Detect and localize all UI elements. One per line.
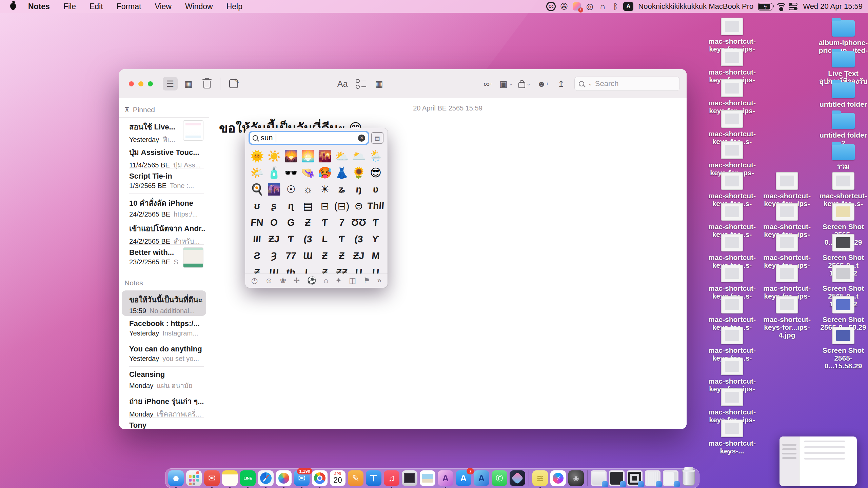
emoji-result-cell[interactable]: Ƭ xyxy=(282,231,300,247)
utility-icon[interactable]: ✇ xyxy=(559,1,569,12)
battery-icon[interactable]: ϟ xyxy=(758,1,772,12)
headphones-icon[interactable]: ∩ xyxy=(597,1,608,12)
emoji-result-cell[interactable]: ʑ xyxy=(333,181,351,198)
emoji-category-icon[interactable]: » xyxy=(377,276,381,285)
add-link-button[interactable]: ∞+ xyxy=(480,77,495,90)
format-button[interactable]: Aa xyxy=(335,77,350,90)
emoji-result-cell[interactable]: G xyxy=(282,214,300,231)
emoji-result-cell[interactable]: 🌅 xyxy=(299,148,316,164)
emoji-category-icon[interactable]: ◫ xyxy=(349,276,356,285)
emoji-result-cell[interactable]: 77 xyxy=(282,247,300,264)
wifi-icon[interactable] xyxy=(775,1,785,12)
collaborate-button[interactable]: ☻+ xyxy=(535,77,550,90)
emoji-result-cell[interactable]: U xyxy=(367,264,384,274)
emoji-result-cell[interactable]: 🌥️ xyxy=(350,148,367,164)
emoji-result-cell[interactable]: ☀ xyxy=(316,181,333,198)
menu-format[interactable]: Format xyxy=(111,0,147,13)
emoji-result-cell[interactable]: (⊟) xyxy=(333,198,350,214)
emoji-result-cell[interactable]: th xyxy=(282,264,300,274)
note-list-item[interactable]: Facebook : https:/... YesterdayInstagram… xyxy=(119,316,209,341)
emoji-result-cell[interactable]: M xyxy=(367,247,384,264)
emoji-result-cell[interactable]: ʊ xyxy=(248,198,266,214)
emoji-result-cell[interactable]: ʋ xyxy=(367,181,384,198)
new-note-button[interactable] xyxy=(226,77,241,90)
emoji-result-cell[interactable]: ƵJ xyxy=(265,231,283,247)
emoji-result-cell[interactable]: Ɯ xyxy=(299,247,317,264)
emoji-result-cell[interactable]: (3 xyxy=(350,231,368,247)
menu-window[interactable]: Window xyxy=(179,0,219,13)
emoji-result-cell[interactable]: Ƭ xyxy=(367,214,384,231)
lock-button[interactable]: ⌄ xyxy=(517,77,532,90)
emoji-category-icon[interactable]: ☺ xyxy=(265,276,273,285)
emoji-result-cell[interactable]: 🕶️ xyxy=(282,164,299,181)
emoji-category-icon[interactable]: ✢ xyxy=(294,276,300,285)
media-button[interactable]: ▣⌄ xyxy=(499,77,514,90)
emoji-result-cell[interactable]: Ƭ xyxy=(333,231,351,247)
emoji-category-icon[interactable]: ⚑ xyxy=(363,276,370,285)
toolbar-search-field[interactable]: ⌄ Search xyxy=(574,77,680,91)
emoji-category-icon[interactable]: ✦ xyxy=(335,276,341,285)
note-list-item[interactable]: Cleansing Mondayแผ่น อนามัย xyxy=(119,367,209,392)
dock-app[interactable] xyxy=(510,470,525,486)
display-alert-icon[interactable]: ! xyxy=(572,1,582,12)
dock-app[interactable]: ✉ xyxy=(204,470,220,486)
emoji-result-cell[interactable]: Ƶ xyxy=(316,264,334,274)
emoji-result-cell[interactable]: ⊟ xyxy=(316,198,333,214)
emoji-category-icon[interactable]: ❀ xyxy=(280,276,286,285)
screenshot-preview-window[interactable] xyxy=(780,436,857,486)
emoji-result-cell[interactable]: 🌞 xyxy=(249,148,265,164)
emoji-result-cell[interactable]: FN xyxy=(248,214,266,231)
emoji-search-field[interactable]: sun ✕ xyxy=(250,132,368,144)
emoji-result-cell[interactable]: 7 xyxy=(333,214,351,231)
menu-app-name[interactable]: Notes xyxy=(22,0,56,13)
share-button[interactable]: ↥ xyxy=(554,77,569,90)
dock-app[interactable]: ☻ xyxy=(168,470,184,486)
emoji-result-cell[interactable]: Thll xyxy=(367,198,384,214)
emoji-result-cell[interactable]: Ƭ xyxy=(316,214,334,231)
note-list-item[interactable]: ขอให้วันนี้เป็นวันที่ดีนะ... 15:59No add… xyxy=(122,290,206,316)
emoji-result-cell[interactable]: ☀️ xyxy=(265,148,282,164)
emoji-result-cell[interactable]: 🧴 xyxy=(265,164,282,181)
dock-app[interactable]: ✉ 1,190 xyxy=(294,470,310,486)
emoji-result-cell[interactable]: ☼ xyxy=(299,181,316,198)
dock-app[interactable]: A xyxy=(474,470,489,486)
control-center-icon[interactable] xyxy=(788,1,798,12)
dock-app[interactable]: ♫ xyxy=(384,470,399,486)
list-view-button[interactable]: ☰ xyxy=(163,77,178,90)
emoji-result-cell[interactable]: ʂ xyxy=(265,198,283,214)
emoji-result-cell[interactable]: 🥵 xyxy=(316,164,333,181)
emoji-result-cell[interactable]: O xyxy=(265,214,283,231)
emoji-result-cell[interactable]: ƵJ xyxy=(350,247,368,264)
emoji-result-cell[interactable]: Ƶ xyxy=(316,247,334,264)
emoji-result-cell[interactable]: Ƨ xyxy=(248,247,266,264)
dock-app[interactable]: ⊤ xyxy=(366,470,381,486)
emoji-result-cell[interactable]: Ɯ xyxy=(265,264,283,274)
menu-file[interactable]: File xyxy=(57,0,82,13)
emoji-result-cell[interactable]: L xyxy=(316,231,334,247)
dock-app[interactable]: A xyxy=(438,470,453,486)
dock-app[interactable] xyxy=(222,470,238,486)
emoji-result-cell[interactable]: ☉ xyxy=(282,181,299,198)
desktop-icon[interactable]: Screen Shot 2565-0...15.58.29 xyxy=(818,327,868,370)
menu-edit[interactable]: Edit xyxy=(83,0,109,13)
desktop-icon[interactable]: รวม xyxy=(818,141,868,170)
emoji-result-cell[interactable]: ɳ xyxy=(282,198,300,214)
dock-app[interactable] xyxy=(402,470,417,486)
emoji-result-cell[interactable]: ⛅ xyxy=(333,148,350,164)
emoji-category-icon[interactable]: ⚽ xyxy=(307,276,316,285)
dock-app[interactable] xyxy=(258,470,274,486)
menu-help[interactable]: Help xyxy=(220,0,249,13)
dock-app[interactable] xyxy=(312,470,328,486)
dock-app[interactable] xyxy=(420,470,435,486)
note-list-item[interactable]: Better with... 23/2/2565 BES xyxy=(119,245,209,270)
emoji-result-cell[interactable]: 👒 xyxy=(299,164,316,181)
dock-app[interactable]: A 7 xyxy=(456,470,471,486)
note-list-item[interactable]: ถ่าย iPhone รุ่นเก่า ๆ... Mondayเช็คสภาพ… xyxy=(119,392,209,418)
device-name[interactable]: Nooknickkikikkukkuk MacBook Pro xyxy=(638,2,753,11)
menu-view[interactable]: View xyxy=(149,0,177,13)
dock-app[interactable]: ✎ xyxy=(348,470,363,486)
table-button[interactable]: ▦ xyxy=(372,77,387,90)
emoji-category-icon[interactable]: ◷ xyxy=(251,276,258,285)
dock-app[interactable]: ◉ xyxy=(568,470,584,486)
dock-app[interactable] xyxy=(609,470,625,486)
